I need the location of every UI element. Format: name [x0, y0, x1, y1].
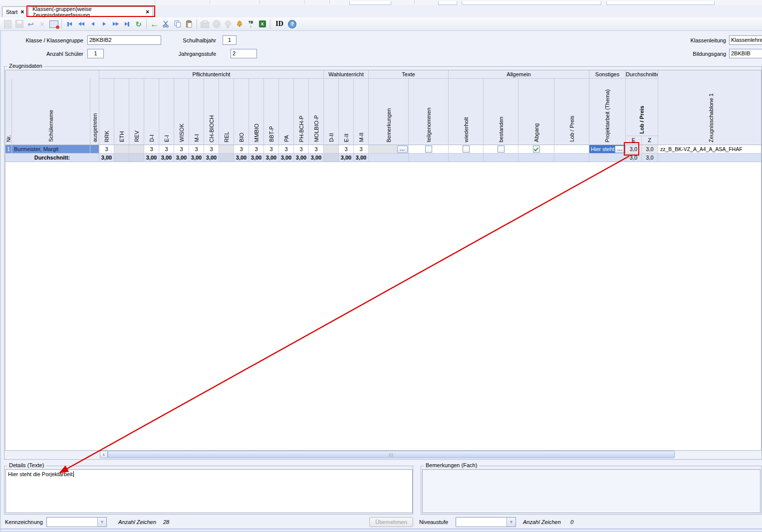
- cell-abgang: [518, 145, 554, 154]
- cell-grade-wisok[interactable]: 3: [174, 145, 189, 154]
- excel-export-button[interactable]: X: [256, 18, 268, 30]
- details-textarea[interactable]: Hier steht die Porjektarbeit: [5, 469, 413, 513]
- bemerkungen-ellipsis-button[interactable]: ...: [397, 146, 408, 153]
- uebernehmen-button[interactable]: Übernehmen: [369, 517, 413, 527]
- cell-grade-e1[interactable]: 3: [159, 145, 174, 154]
- tab-zeugnisdatenerfassung[interactable]: Klassen(-gruppen)weise Zeugnisdatenerfas…: [28, 6, 153, 17]
- group-empty: [5, 70, 99, 79]
- jahrgangsstufe-label: Jahrgangsstufe: [166, 51, 216, 58]
- klassenleitung-input[interactable]: Klassenlehrer: [729, 35, 762, 45]
- col-m1: M-I: [189, 79, 204, 145]
- cell-grade-mmbio[interactable]: 3: [249, 145, 264, 154]
- avg-pa: 3,00: [279, 154, 294, 162]
- subcol-e: E: [626, 136, 642, 145]
- anzahl-zeichen2-label: Anzahl Zeichen: [523, 519, 568, 526]
- avg-rel: [219, 154, 234, 162]
- tab-zeugnis-close-icon[interactable]: ×: [146, 9, 149, 15]
- group-sonstiges: Sonstiges: [589, 70, 626, 79]
- nav-first-button[interactable]: [64, 18, 75, 30]
- chevron-down-icon[interactable]: ▼: [507, 518, 515, 527]
- cd-button[interactable]: [211, 18, 222, 30]
- col-e2: E-II: [339, 79, 354, 145]
- nav-next-button[interactable]: [98, 18, 110, 30]
- tb-import-icon: TB ↓: [249, 20, 253, 27]
- col-eth: ETH: [114, 79, 129, 145]
- avg-mmbio: 3,00: [249, 154, 264, 162]
- app-window: { "window": { "tabs": [ {"label": "Start…: [0, 0, 762, 532]
- nav-last-button[interactable]: [121, 18, 133, 30]
- bell-button[interactable]: [234, 18, 245, 30]
- klasse-label: Klasse / Klassengruppe: [10, 37, 83, 44]
- cell-zeugnisschablone[interactable]: zz_B_BK-VZ_A_A4_A_ASA_FHAF: [658, 145, 762, 154]
- save-button[interactable]: [13, 18, 25, 30]
- bemerkungen-fach-textarea[interactable]: [422, 469, 761, 513]
- delete-button[interactable]: ×: [36, 18, 48, 30]
- cell-grade-phbchp[interactable]: 3: [294, 145, 309, 154]
- anzahl-schueler-input[interactable]: 1: [87, 49, 104, 58]
- undo-button[interactable]: ↩: [25, 18, 36, 30]
- cell-grade-pa[interactable]: 3: [279, 145, 294, 154]
- help-icon: ?: [288, 20, 296, 28]
- cell-grade-bbtp[interactable]: 3: [264, 145, 279, 154]
- cell-grade-chbioch[interactable]: 3: [204, 145, 219, 154]
- bestanden-checkbox[interactable]: [498, 146, 505, 153]
- col-bbtp: BBT-P: [264, 79, 279, 145]
- table-row: 1 Burmeister, Margit 3 3 3 3 3 3 3 3 3 3…: [5, 145, 762, 154]
- edit-form-button[interactable]: [48, 18, 59, 30]
- chevron-down-icon[interactable]: ▼: [97, 518, 106, 527]
- print-button[interactable]: [199, 18, 211, 30]
- wiederholt-checkbox[interactable]: [463, 146, 470, 153]
- id-button[interactable]: ID: [272, 18, 286, 30]
- cell-grade-e2[interactable]: 3: [339, 145, 354, 154]
- scrollbar-thumb[interactable]: [108, 451, 675, 458]
- kennzeichnung-combobox[interactable]: ▼: [46, 517, 107, 527]
- col-ausgetreten: ausgetreten: [90, 79, 99, 145]
- scroll-left-button[interactable]: ‹: [100, 451, 108, 458]
- projektarbeit-ellipsis-button[interactable]: ...: [615, 146, 625, 153]
- new-document-button[interactable]: [2, 18, 13, 30]
- cell-grade-bio[interactable]: 3: [234, 145, 249, 154]
- excel-icon: X: [259, 20, 266, 27]
- col-molbiop: MOLBIO-P: [309, 79, 324, 145]
- tab-start-close-icon[interactable]: ×: [20, 9, 24, 15]
- copy-icon: [174, 20, 182, 28]
- avg-empty: [449, 154, 484, 162]
- cell-nr[interactable]: 1: [5, 145, 12, 154]
- cell-lob-preis[interactable]: [554, 145, 589, 154]
- copy-button[interactable]: [172, 18, 183, 30]
- nav-prev-button[interactable]: [87, 18, 98, 30]
- avg-wisok: 3,00: [174, 154, 189, 162]
- avg-m2: 3,00: [354, 154, 369, 162]
- cell-ausgetreten[interactable]: [90, 145, 99, 154]
- cell-grade-m2[interactable]: 3: [354, 145, 369, 154]
- help-button[interactable]: ?: [286, 18, 298, 30]
- niveaustufe-combobox[interactable]: ▼: [456, 517, 516, 527]
- refresh-button[interactable]: ↻: [133, 18, 144, 30]
- klasse-input[interactable]: 2BKBIB2: [87, 35, 161, 45]
- avg-chbioch: 3,00: [204, 154, 219, 162]
- bulb-button[interactable]: [222, 18, 234, 30]
- cell-grade-m1[interactable]: 3: [189, 145, 204, 154]
- jahrgangsstufe-input[interactable]: 2: [231, 49, 257, 58]
- cell-grade-molbiop[interactable]: 3: [309, 145, 324, 154]
- bildungsgang-input[interactable]: 2BKBIB: [729, 49, 762, 58]
- horizontal-scrollbar[interactable]: ‹: [100, 451, 761, 458]
- col-d1: D-I: [144, 79, 159, 145]
- scissors-icon: [162, 20, 170, 28]
- tb-import-button[interactable]: TB ↓: [245, 18, 256, 30]
- back-arrow-button[interactable]: ←: [149, 18, 160, 30]
- teilgenommen-checkbox[interactable]: [425, 146, 432, 153]
- cut-button[interactable]: [160, 18, 172, 30]
- avg-empty: [554, 154, 589, 162]
- abgang-checkbox[interactable]: [533, 146, 540, 153]
- schulhalbjahr-input[interactable]: 1: [223, 35, 237, 45]
- cell-grade-d1[interactable]: 3: [144, 145, 159, 154]
- nav-fast-next-button[interactable]: [110, 18, 121, 30]
- tab-start[interactable]: Start ×: [2, 6, 27, 17]
- cell-schuelername[interactable]: Burmeister, Margit: [12, 145, 90, 154]
- cell-grade-rrk[interactable]: 3: [99, 145, 114, 154]
- paste-button[interactable]: [183, 18, 195, 30]
- id-icon: ID: [275, 20, 283, 28]
- nav-fast-prev-button[interactable]: [75, 18, 87, 30]
- col-rev: REV: [129, 79, 144, 145]
